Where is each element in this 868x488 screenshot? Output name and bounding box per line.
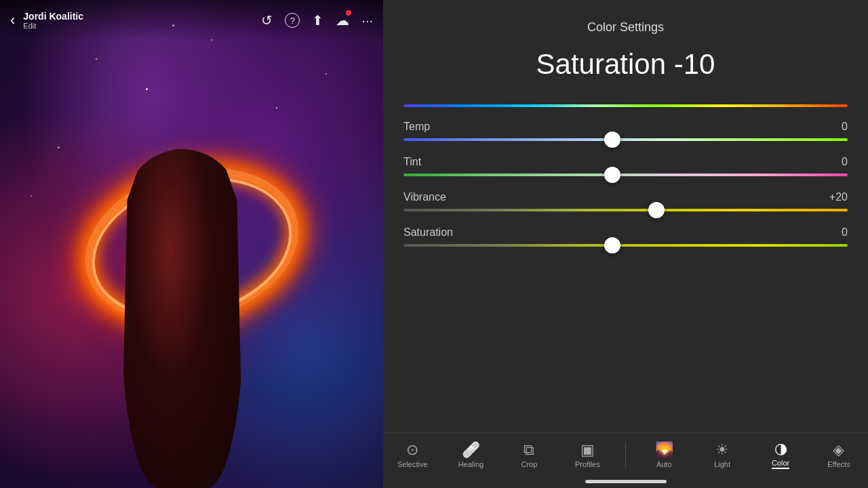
- effects-icon: ◈: [833, 443, 844, 458]
- tint-label: Tint: [403, 156, 421, 168]
- toolbar-title: Jordi Koalitic Edit: [23, 11, 83, 30]
- sliders-container: Temp 0 Tint 0 Vibrance +20: [383, 104, 868, 432]
- temp-thumb[interactable]: [604, 131, 620, 148]
- vibrance-label: Vibrance: [403, 191, 446, 203]
- toolbar-left: ‹ Jordi Koalitic Edit: [10, 11, 83, 30]
- cloud-icon[interactable]: ☁: [336, 12, 349, 28]
- share-icon[interactable]: ⬆: [312, 12, 323, 28]
- home-bar: [585, 480, 667, 483]
- author-name: Jordi Koalitic: [23, 11, 83, 22]
- profiles-icon: ▣: [580, 443, 595, 458]
- vibrance-track[interactable]: [403, 209, 848, 211]
- color-label: Color: [772, 459, 789, 469]
- profiles-label: Profiles: [575, 460, 600, 468]
- toolbar-right: ↺ ? ⬆ ☁ ···: [261, 12, 373, 28]
- right-panel: Color Settings Saturation -10 Temp 0 Tin…: [383, 0, 868, 488]
- healing-label: Healing: [458, 460, 484, 468]
- tint-track[interactable]: [403, 174, 848, 176]
- saturation-track[interactable]: [403, 244, 848, 247]
- tint-thumb[interactable]: [604, 167, 620, 183]
- color-icon: ◑: [774, 441, 787, 456]
- temp-slider-row: Temp 0: [403, 121, 848, 141]
- tint-slider-row: Tint 0: [403, 156, 848, 176]
- back-button[interactable]: ‹: [10, 12, 15, 29]
- more-icon[interactable]: ···: [361, 13, 373, 28]
- vibrance-slider-row: Vibrance +20: [403, 191, 848, 211]
- tab-profiles[interactable]: ▣ Profiles: [567, 443, 608, 468]
- tab-light[interactable]: ☀ Light: [702, 443, 743, 468]
- active-setting-value: Saturation -10: [397, 48, 854, 81]
- tab-effects[interactable]: ◈ Effects: [818, 443, 859, 468]
- selective-label: Selective: [397, 460, 428, 468]
- vibrance-thumb[interactable]: [648, 202, 665, 218]
- tab-divider: [625, 442, 626, 469]
- help-icon[interactable]: ?: [285, 13, 300, 28]
- figure-silhouette: [87, 95, 277, 488]
- tab-auto[interactable]: 🌄 Auto: [644, 443, 684, 468]
- crop-icon: ⧉: [524, 443, 534, 458]
- tab-selective[interactable]: ⊙ Selective: [392, 443, 433, 468]
- auto-label: Auto: [656, 460, 672, 468]
- top-toolbar: ‹ Jordi Koalitic Edit ↺ ? ⬆ ☁ ···: [0, 0, 383, 41]
- vibrance-value: +20: [829, 191, 848, 203]
- tab-color[interactable]: ◑ Color: [760, 441, 801, 469]
- undo-icon[interactable]: ↺: [261, 12, 273, 28]
- temp-value: 0: [842, 121, 848, 133]
- temp-track[interactable]: [403, 138, 848, 141]
- crop-label: Crop: [521, 460, 538, 468]
- saturation-label: Saturation: [403, 226, 453, 239]
- saturation-value: 0: [842, 226, 848, 239]
- saturation-slider-row: Saturation 0: [403, 226, 848, 247]
- panel-title: Color Settings: [397, 20, 854, 35]
- tab-crop[interactable]: ⧉ Crop: [509, 443, 549, 468]
- auto-icon: 🌄: [655, 443, 673, 458]
- light-label: Light: [714, 460, 730, 468]
- tab-bar: ⊙ Selective 🩹 Healing ⧉ Crop ▣ Profiles …: [383, 432, 868, 474]
- temp-label: Temp: [403, 121, 430, 133]
- image-panel: ‹ Jordi Koalitic Edit ↺ ? ⬆ ☁ ···: [0, 0, 383, 488]
- tab-healing[interactable]: 🩹 Healing: [451, 443, 492, 468]
- home-indicator: [383, 474, 868, 488]
- edit-label: Edit: [23, 22, 83, 30]
- selective-icon: ⊙: [406, 443, 418, 458]
- color-bar-line: [403, 104, 848, 107]
- healing-icon: 🩹: [462, 443, 480, 458]
- saturation-thumb[interactable]: [604, 237, 620, 253]
- effects-label: Effects: [827, 460, 850, 468]
- panel-header: Color Settings Saturation -10: [383, 0, 868, 98]
- tint-value: 0: [842, 156, 848, 168]
- light-icon: ☀: [715, 443, 729, 458]
